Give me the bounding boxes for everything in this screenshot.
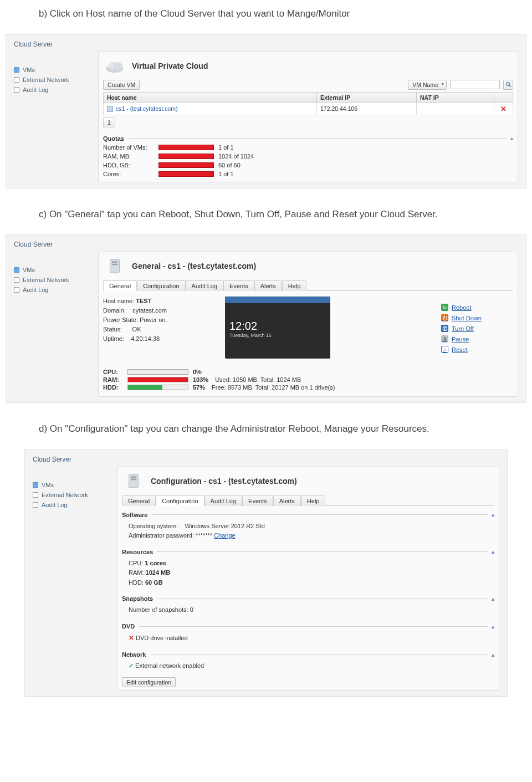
main-content: General - cs1 - (test.cytatest.com) Gene…: [98, 252, 518, 397]
usage-cpu: CPU: 0%: [103, 369, 513, 375]
checkbox-icon: [33, 492, 38, 498]
main-content: Configuration - cs1 - (test.cytatest.com…: [117, 467, 499, 691]
quota-bar: [158, 162, 214, 168]
edit-configuration-button[interactable]: Edit configuration: [122, 677, 176, 687]
col-nat-ip[interactable]: NAT IP: [417, 92, 494, 103]
collapse-icon[interactable]: ▴: [510, 135, 513, 141]
sidebar-item-external-network[interactable]: External Network: [33, 490, 114, 500]
collapse-icon[interactable]: ▴: [492, 549, 494, 555]
vm-info: Host name: TEST Domain: cytatest.com Pow…: [103, 297, 214, 359]
vm-toolbar: Create VM VM Name: [103, 80, 513, 90]
cloud-server-title: Cloud Server: [14, 238, 518, 252]
sidebar: VMs External Network Audit Log: [14, 252, 95, 397]
checkbox-icon: [14, 77, 19, 83]
sidebar-item-vms[interactable]: VMs: [14, 65, 95, 75]
panel-general: Cloud Server VMs External Network Audit …: [6, 234, 526, 403]
tab-alerts[interactable]: Alerts: [273, 495, 301, 506]
tab-general[interactable]: General: [103, 280, 137, 291]
sidebar-item-external-network[interactable]: External Network: [14, 75, 95, 85]
server-icon: [103, 257, 126, 275]
action-reboot[interactable]: ↻Reboot: [441, 302, 513, 313]
tab-alerts[interactable]: Alerts: [254, 280, 282, 291]
collapse-icon[interactable]: ▴: [492, 596, 494, 602]
panel-heading: Virtual Private Cloud: [132, 62, 208, 70]
tab-audit-log[interactable]: Audit Log: [204, 495, 242, 506]
collapse-icon[interactable]: ▴: [492, 512, 494, 518]
quota-row-cores: Cores:1 of 1: [103, 171, 513, 177]
filter-select[interactable]: VM Name: [408, 80, 447, 90]
shutdown-icon: ⏻: [441, 314, 448, 321]
usage-section: CPU: 0% RAM: 103% Used: 1050 MB, Total: …: [103, 369, 513, 391]
quota-row-ram: RAM, MB:1024 of 1024: [103, 153, 513, 160]
action-turnoff[interactable]: ⏼Turn Off: [441, 323, 513, 334]
collapse-icon[interactable]: ▴: [492, 652, 494, 658]
server-icon: [122, 472, 145, 490]
change-password-link[interactable]: Change: [214, 532, 236, 539]
pager: 1: [103, 117, 513, 127]
svg-point-3: [506, 82, 509, 85]
section-snapshots: Snapshots▴ Number of snapshots: 0: [122, 595, 494, 617]
usage-hdd: HDD: 57% Free: 8573 MB, Total: 20127 MB …: [103, 384, 513, 391]
instruction-b: b) Click on Host name of the Cloud Serve…: [0, 0, 532, 31]
tab-events[interactable]: Events: [223, 280, 254, 291]
checkbox-icon: [33, 502, 38, 508]
sidebar-item-vms[interactable]: VMs: [14, 265, 95, 275]
tab-help[interactable]: Help: [282, 280, 307, 291]
reboot-icon: ↻: [441, 304, 448, 311]
sidebar-item-audit-log[interactable]: Audit Log: [14, 85, 95, 95]
col-external-ip[interactable]: External IP: [317, 92, 417, 103]
tab-audit-log[interactable]: Audit Log: [186, 280, 223, 291]
section-software: Software▴ Operating system: Windows Serv…: [122, 512, 494, 543]
quota-row-vms: Number of VMs:1 of 1: [103, 144, 513, 151]
quotas-section: Quotas▴ Number of VMs:1 of 1 RAM, MB:102…: [103, 135, 513, 177]
col-actions: [494, 92, 513, 103]
ram-bar: [127, 377, 188, 382]
section-dvd: DVD▴ ✕ DVD drive installed: [122, 623, 494, 646]
svg-rect-9: [131, 476, 136, 478]
collapse-icon[interactable]: ▴: [492, 623, 494, 630]
tabs: General Configuration Audit Log Events A…: [122, 495, 494, 506]
check-icon: ✓: [129, 662, 134, 669]
vm-console-thumbnail[interactable]: 12:02 Tuesday, March 15: [225, 297, 330, 359]
svg-point-2: [113, 62, 123, 70]
action-reset[interactable]: ▷Reset: [441, 344, 513, 355]
checkbox-icon: [14, 287, 19, 293]
thumbnail-date: Tuesday, March 15: [229, 333, 326, 338]
action-pause[interactable]: ⏸Pause: [441, 334, 513, 344]
sidebar-item-audit-log[interactable]: Audit Log: [14, 285, 95, 295]
tab-help[interactable]: Help: [301, 495, 326, 506]
col-hostname[interactable]: Host name: [104, 92, 317, 103]
panel-heading: Configuration - cs1 - (test.cytatest.com…: [151, 477, 297, 485]
quota-row-hdd: HDD, GB:60 of 60: [103, 162, 513, 168]
table-row[interactable]: cs1 - (test.cytatest.com) 172.20.44.106 …: [104, 103, 513, 115]
quota-bar: [158, 171, 214, 177]
tab-events[interactable]: Events: [242, 495, 273, 506]
checkbox-icon: [33, 482, 38, 488]
page-1-button[interactable]: 1: [103, 117, 115, 127]
hostname-link[interactable]: cs1 - (test.cytatest.com): [116, 105, 177, 112]
quotas-title: Quotas: [103, 135, 124, 142]
checkbox-icon: [14, 87, 19, 93]
sidebar-item-external-network[interactable]: External Network: [14, 275, 95, 285]
action-shutdown[interactable]: ⏻Shut Down: [441, 313, 513, 323]
vm-icon: [107, 106, 113, 112]
tab-general[interactable]: General: [122, 495, 156, 506]
create-vm-button[interactable]: Create VM: [103, 80, 140, 90]
quota-bar: [158, 145, 214, 150]
checkbox-icon: [14, 277, 19, 283]
search-input[interactable]: [450, 80, 500, 89]
section-resources: Resources▴ CPU: 1 cores RAM: 1024 MB HDD…: [122, 549, 494, 590]
cloud-server-title: Cloud Server: [14, 38, 518, 52]
sidebar-item-vms[interactable]: VMs: [33, 480, 114, 490]
cpu-bar: [127, 369, 188, 375]
panel-heading: General - cs1 - (test.cytatest.com): [132, 262, 256, 270]
tab-configuration[interactable]: Configuration: [156, 495, 204, 506]
delete-icon[interactable]: ✕: [500, 105, 507, 113]
section-network: Network▴ ✓ External network enabled: [122, 651, 494, 673]
tab-configuration[interactable]: Configuration: [137, 280, 185, 291]
search-icon: [505, 81, 511, 88]
search-button[interactable]: [503, 80, 513, 90]
sidebar-item-audit-log[interactable]: Audit Log: [33, 500, 114, 510]
usage-ram: RAM: 103% Used: 1050 MB, Total: 1024 MB: [103, 376, 513, 383]
turnoff-icon: ⏼: [441, 325, 448, 332]
